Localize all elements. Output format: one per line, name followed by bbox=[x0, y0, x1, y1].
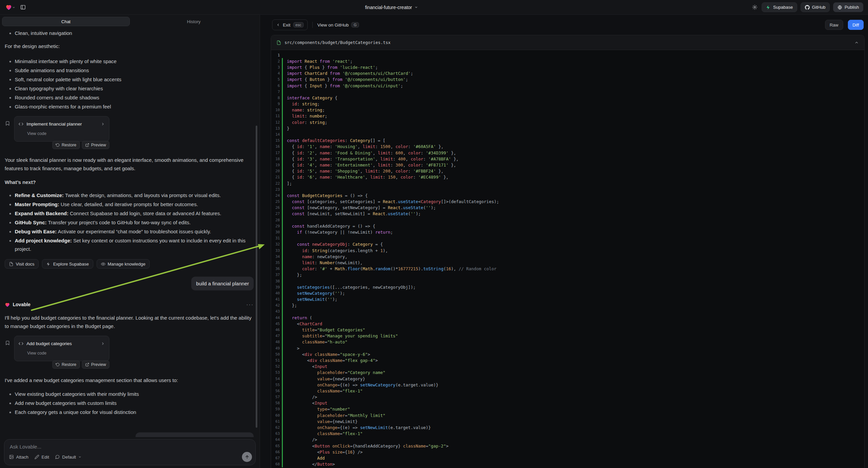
code-line: 65 <Button onClick={handleAddCategory} c… bbox=[271, 443, 864, 449]
lovable-logo-menu[interactable] bbox=[5, 3, 16, 11]
next-step-item: Debug with Ease: Activate our experiment… bbox=[15, 227, 254, 236]
code-line: 28 bbox=[271, 217, 864, 223]
view-code-link[interactable]: View code bbox=[27, 349, 105, 357]
view-code-link[interactable]: View code bbox=[27, 129, 105, 138]
code-text: placeholder="Monthly limit" bbox=[287, 413, 385, 418]
code-text: placeholder="Category name" bbox=[287, 370, 385, 375]
more-options-button[interactable]: ··· bbox=[246, 302, 254, 308]
globe-icon bbox=[837, 5, 842, 10]
preview-button[interactable]: Preview bbox=[82, 360, 110, 369]
view-on-github-button[interactable]: View on GitHub G bbox=[317, 22, 359, 28]
edit-button[interactable]: Edit bbox=[35, 455, 49, 460]
line-number: 13 bbox=[271, 126, 280, 130]
line-number: 68 bbox=[271, 462, 280, 466]
line-number: 61 bbox=[271, 419, 280, 424]
code-diff-view[interactable]: 12import React from 'react';3import { Pl… bbox=[271, 50, 864, 468]
diff-added-marker bbox=[282, 235, 283, 241]
code-line: 47 subtitle="Manage your spending limits… bbox=[271, 333, 864, 339]
code-line: 57 /> bbox=[271, 394, 864, 400]
diff-added-marker bbox=[282, 266, 283, 272]
manage-knowledge-button[interactable]: Manage knowledge bbox=[97, 259, 150, 269]
external-link-icon bbox=[85, 362, 89, 367]
line-number: 3 bbox=[271, 65, 280, 69]
diff-added-marker bbox=[282, 131, 283, 137]
diff-added-marker bbox=[282, 150, 283, 156]
diff-added-marker bbox=[282, 101, 283, 107]
diff-added-marker bbox=[282, 125, 283, 131]
diff-added-marker bbox=[282, 174, 283, 180]
publish-button[interactable]: Publish bbox=[833, 2, 863, 12]
tab-history[interactable]: History bbox=[130, 17, 258, 26]
settings-button[interactable] bbox=[751, 4, 758, 11]
code-line: 64 /> bbox=[271, 437, 864, 443]
bullet-item: View existing budget categories with the… bbox=[15, 390, 254, 398]
line-number: 5 bbox=[271, 77, 280, 82]
attach-button[interactable]: Attach bbox=[9, 455, 29, 460]
explore-supabase-button[interactable]: Explore Supabase bbox=[42, 259, 93, 269]
code-line: 62 onChange={(e) => setNewLimit(e.target… bbox=[271, 425, 864, 430]
divider bbox=[312, 22, 313, 28]
code-text: const [newCategory, setNewCategory] = Re… bbox=[287, 205, 436, 210]
code-text: { id: '4', name: 'Entertainment', limit:… bbox=[287, 163, 456, 168]
preview-button[interactable]: Preview bbox=[82, 141, 110, 149]
line-number: 44 bbox=[271, 316, 280, 320]
code-text: { id: '5', name: 'Shopping', limit: 200,… bbox=[287, 169, 443, 174]
exit-button[interactable]: Exit esc bbox=[272, 20, 308, 30]
diff-added-marker bbox=[282, 52, 283, 58]
code-line: 1 bbox=[271, 52, 864, 58]
panel-toggle-button[interactable] bbox=[20, 4, 27, 11]
lovable-heart-icon bbox=[5, 4, 12, 11]
line-number: 53 bbox=[271, 370, 280, 375]
code-text: <Input bbox=[287, 364, 327, 369]
bookmark-icon[interactable] bbox=[5, 341, 10, 346]
bookmark-icon[interactable] bbox=[5, 121, 10, 126]
code-line: 48 className="h-auto" bbox=[271, 339, 864, 345]
restore-icon bbox=[56, 362, 60, 367]
raw-view-button[interactable]: Raw bbox=[825, 20, 843, 30]
line-number: 45 bbox=[271, 322, 280, 326]
code-line: 45 <ChartCard bbox=[271, 321, 864, 327]
file-header[interactable]: src/components/budget/BudgetCategories.t… bbox=[271, 35, 864, 50]
line-number: 22 bbox=[271, 181, 280, 186]
restore-button[interactable]: Restore bbox=[52, 141, 80, 149]
restore-icon bbox=[56, 143, 60, 147]
code-line: 21 { id: '6', name: 'Healthcare', limit:… bbox=[271, 174, 864, 180]
bullet-item: Add new budget categories with custom li… bbox=[15, 399, 254, 407]
code-line: 59 type="number" bbox=[271, 406, 864, 412]
code-text: <ChartCard bbox=[287, 321, 322, 326]
chat-input[interactable] bbox=[4, 439, 255, 449]
code-text: limit: number; bbox=[287, 114, 327, 118]
collapse-file-button[interactable] bbox=[854, 40, 859, 45]
code-line: 39 setCategories([...categories, newCate… bbox=[271, 284, 864, 290]
diff-added-marker bbox=[282, 229, 283, 235]
chat-scrollbar-thumb[interactable] bbox=[256, 125, 257, 428]
code-line: 42 }; bbox=[271, 302, 864, 309]
project-switcher[interactable]: financial-future-creator bbox=[365, 5, 418, 10]
code-text: name: string; bbox=[287, 108, 325, 113]
code-line: 2import React from 'react'; bbox=[271, 58, 864, 64]
diff-added-marker bbox=[282, 156, 283, 162]
external-link-icon bbox=[85, 143, 89, 147]
code-line: 20 { id: '5', name: 'Shopping', limit: 2… bbox=[271, 168, 864, 174]
version-card-add-budget-categories[interactable]: Add budget categories View code bbox=[14, 336, 110, 361]
mode-selector[interactable]: Default bbox=[55, 455, 82, 460]
code-text: const handleAddCategory = () => { bbox=[287, 224, 375, 229]
action-card-wrap: Implement financial planner View code Re… bbox=[14, 116, 110, 149]
line-number: 63 bbox=[271, 431, 280, 436]
chat-scrollback[interactable]: Clean, intuitive navigation For the desi… bbox=[0, 27, 260, 437]
code-text: color: '#' + Math.floor(Math.random()*16… bbox=[287, 266, 497, 271]
version-card-implement-financial-planner[interactable]: Implement financial planner View code bbox=[14, 116, 110, 142]
code-line: 36 color: '#' + Math.floor(Math.random()… bbox=[271, 266, 864, 272]
github-button[interactable]: GitHub bbox=[801, 2, 830, 12]
tab-chat[interactable]: Chat bbox=[2, 17, 130, 26]
code-line: 5import { Button } from '@/components/ui… bbox=[271, 77, 864, 83]
chat-history-tabs: Chat History bbox=[2, 17, 258, 26]
supabase-button[interactable]: Supabase bbox=[762, 2, 797, 12]
restore-button[interactable]: Restore bbox=[52, 360, 80, 369]
visit-docs-button[interactable]: Visit docs bbox=[5, 259, 39, 269]
line-number: 55 bbox=[271, 383, 280, 387]
diff-view-button[interactable]: Diff bbox=[848, 20, 864, 30]
code-line: 7 bbox=[271, 89, 864, 95]
bullet-list: Clean, intuitive navigation bbox=[5, 29, 254, 37]
send-button[interactable] bbox=[242, 452, 252, 462]
